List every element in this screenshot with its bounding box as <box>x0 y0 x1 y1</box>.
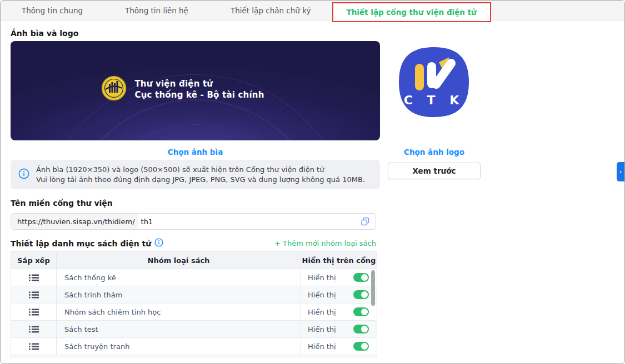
drag-handle-icon[interactable] <box>29 291 39 299</box>
visibility-toggle[interactable] <box>353 307 369 316</box>
col-header-group: Nhóm loại sách <box>57 252 301 269</box>
table-row: Sách test Hiển thị <box>11 320 377 337</box>
cover-title-line1: Thư viện điện tử <box>134 78 264 89</box>
drag-handle-icon[interactable] <box>29 326 39 333</box>
preview-button[interactable]: Xem trước <box>388 163 481 179</box>
statistics-office-emblem-icon <box>101 75 127 103</box>
col-header-sort: Sắp xếp <box>11 252 57 269</box>
table-row: Sách trinh thám Hiển thị <box>11 286 377 303</box>
catalog-section-title: Thiết lập danh mục sách điện tử <box>11 239 151 248</box>
table-header-row: Sắp xếp Nhóm loại sách Hiển thị trên cổn… <box>11 252 377 269</box>
drag-handle-icon[interactable] <box>29 274 39 281</box>
domain-field-label: Tên miền cổng thư viện <box>11 199 113 208</box>
svg-text:C T K: C T K <box>404 93 464 107</box>
visibility-toggle[interactable] <box>353 342 369 351</box>
category-name: Sách thống kê <box>57 269 301 286</box>
domain-input[interactable]: https://thuvien.sisap.vn/thidiem/ th1 <box>11 213 376 230</box>
tab-thiet-lap-cong-thu-vien[interactable]: Thiết lập cổng thư viện điện tử <box>332 2 491 22</box>
tab-bar: Thông tin chung Thông tin liên hệ Thiết … <box>1 1 624 21</box>
tab-thong-tin-lien-he[interactable]: Thông tin liên hệ <box>104 1 209 21</box>
collapse-panel-toggle[interactable]: ‹ <box>617 162 624 181</box>
tab-thong-tin-chung[interactable]: Thông tin chung <box>1 1 104 21</box>
drag-handle-icon[interactable] <box>29 309 39 316</box>
cover-section-title: Ảnh bìa và logo <box>11 29 78 38</box>
table-body: Sách thống kê Hiển thị Sá <box>11 269 377 355</box>
display-label: Hiển thị <box>308 308 336 316</box>
info-line1: Ảnh bìa (1920×350) và logo (500×500) sẽ … <box>36 165 365 175</box>
chevron-left-icon: ‹ <box>619 169 622 175</box>
visibility-toggle[interactable] <box>353 325 369 333</box>
domain-prefix: https://thuvien.sisap.vn/thidiem/ <box>11 214 138 229</box>
info-icon[interactable] <box>154 238 163 249</box>
table-row: Sách thống kê Hiển thị <box>11 269 377 286</box>
add-category-link[interactable]: + Thêm mới nhóm loại sách <box>274 239 376 247</box>
cover-title-line2: Cục thống kê - Bộ tài chính <box>134 89 264 100</box>
display-label: Hiển thị <box>308 325 336 333</box>
display-label: Hiển thị <box>308 291 336 299</box>
col-header-display: Hiển thị trên cổng <box>301 252 377 269</box>
category-table: Sắp xếp Nhóm loại sách Hiển thị trên cổn… <box>11 251 377 358</box>
ctk-app-logo: C T K <box>398 46 470 118</box>
category-name: Nhóm sách chiêm tinh học <box>57 304 301 320</box>
settings-page: Thông tin chung Thông tin liên hệ Thiết … <box>0 0 625 364</box>
info-icon <box>18 168 29 181</box>
visibility-toggle[interactable] <box>353 290 369 299</box>
visibility-toggle[interactable] <box>353 273 369 282</box>
domain-value[interactable]: th1 <box>138 218 361 226</box>
choose-cover-link[interactable]: Chọn ảnh bìa <box>168 148 223 156</box>
display-label: Hiển thị <box>308 274 336 282</box>
table-scrollbar-thumb[interactable] <box>371 270 375 306</box>
choose-logo-link[interactable]: Chọn ảnh logo <box>404 148 464 156</box>
drag-handle-icon[interactable] <box>29 343 39 350</box>
category-name: Sách trinh thám <box>57 286 301 303</box>
table-row: Nhóm sách chiêm tinh học Hiển thị <box>11 303 377 320</box>
upload-info-box: Ảnh bìa (1920×350) và logo (500×500) sẽ … <box>11 160 380 189</box>
cover-banner-image: Thư viện điện tử Cục thống kê - Bộ tài c… <box>11 41 380 140</box>
table-row: Sách truyện tranh Hiển thị <box>11 337 377 355</box>
copy-icon[interactable] <box>361 217 370 226</box>
info-line2: Vui lòng tải ảnh theo đúng định dạng JPG… <box>36 175 365 185</box>
category-name: Sách test <box>57 321 301 337</box>
table-row-partial <box>11 355 377 358</box>
display-label: Hiển thị <box>308 342 336 351</box>
category-name: Sách truyện tranh <box>57 338 301 355</box>
tab-thiet-lap-chan-chu-ky[interactable]: Thiết lập chân chữ ký <box>209 1 332 21</box>
